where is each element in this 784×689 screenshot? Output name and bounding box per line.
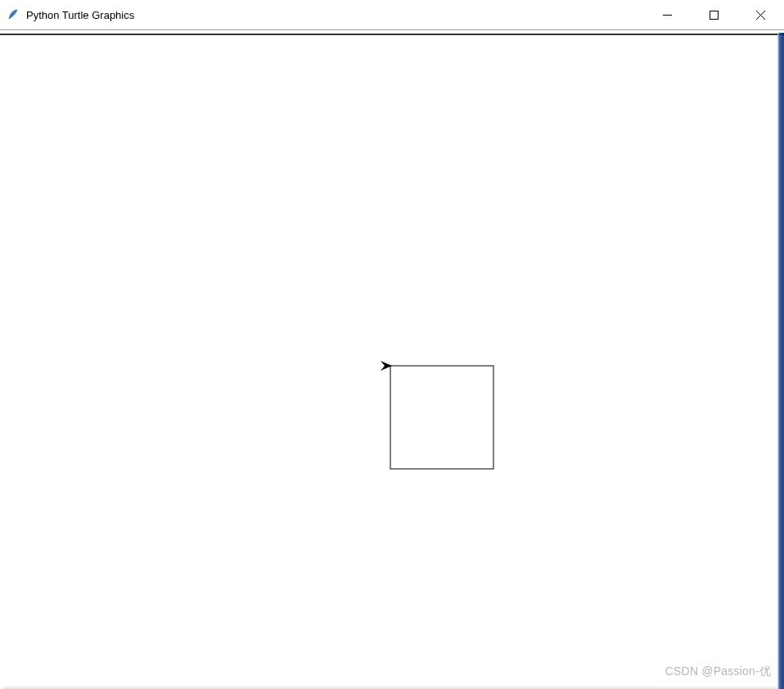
window-title: Python Turtle Graphics: [26, 9, 644, 21]
window-controls: [644, 0, 784, 29]
turtle-drawing: [0, 35, 777, 689]
minimize-icon: [663, 11, 672, 20]
right-edge-decoration: [777, 33, 784, 689]
svg-rect-1: [710, 11, 719, 19]
maximize-button[interactable]: [691, 0, 737, 29]
close-icon: [756, 11, 765, 20]
bottom-shadow: [3, 686, 777, 689]
minimize-button[interactable]: [644, 0, 691, 29]
feather-icon: [7, 8, 20, 21]
drawn-square: [390, 366, 493, 469]
turtle-canvas: CSDN @Passion-优: [0, 35, 784, 689]
titlebar-separator: [0, 29, 784, 30]
maximize-icon: [710, 11, 719, 20]
close-button[interactable]: [737, 0, 784, 29]
watermark-text: CSDN @Passion-优: [665, 664, 771, 679]
titlebar[interactable]: Python Turtle Graphics: [0, 0, 784, 29]
window: Python Turtle Graphics: [0, 0, 784, 689]
